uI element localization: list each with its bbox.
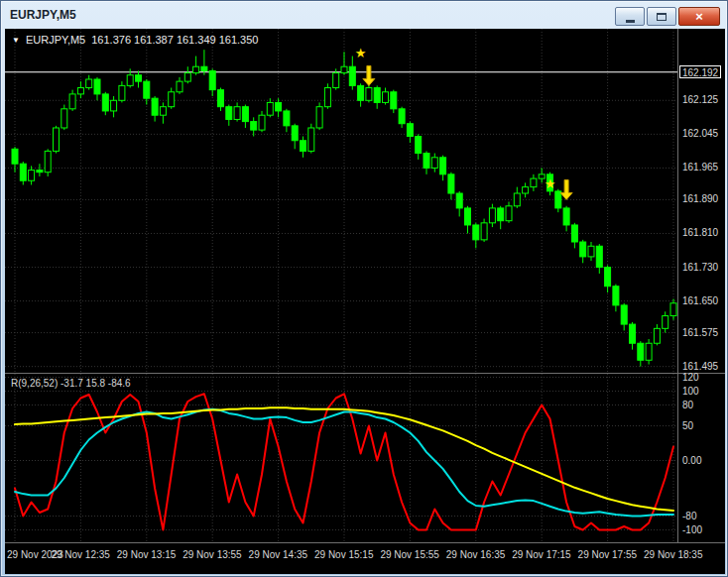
candle <box>407 124 413 137</box>
candle <box>596 246 602 267</box>
price-label: 161.890 <box>682 192 718 205</box>
price-label: 161.650 <box>682 294 718 307</box>
candle <box>580 242 586 257</box>
main-chart-canvas[interactable]: ★★ <box>5 29 677 374</box>
symbol-label: EURJPY,M5 <box>26 34 85 46</box>
candle <box>646 343 652 360</box>
candle <box>29 171 35 181</box>
candle <box>102 94 108 111</box>
candle <box>555 191 561 208</box>
indicator-scale-label: -100 <box>682 523 702 536</box>
maximize-icon <box>657 13 667 21</box>
candle <box>86 79 92 88</box>
candle <box>61 109 67 128</box>
candle <box>424 154 429 169</box>
price-label: 162.045 <box>682 127 718 140</box>
candle <box>160 107 166 116</box>
price-label: 162.125 <box>682 93 718 106</box>
candle <box>440 158 446 174</box>
time-label: 29 Nov 15:55 <box>380 549 439 560</box>
candle <box>177 81 182 92</box>
candle <box>638 343 644 360</box>
candle <box>308 128 314 151</box>
candle <box>218 90 224 107</box>
candle <box>184 73 190 82</box>
ohlc-values: 161.376 161.387 161.349 161.350 <box>91 34 258 46</box>
candle <box>201 66 207 70</box>
candle <box>630 324 636 343</box>
close-icon: × <box>695 8 703 25</box>
candle <box>473 225 479 240</box>
maximize-button[interactable] <box>647 7 676 26</box>
candle <box>226 107 232 120</box>
candle <box>391 92 397 109</box>
indicator-canvas[interactable] <box>5 374 677 542</box>
candle <box>621 305 627 324</box>
main-grid <box>5 29 677 374</box>
candle <box>358 85 364 100</box>
candle <box>259 115 265 130</box>
indicator-scale-label: 100 <box>682 385 699 398</box>
candle <box>111 100 117 111</box>
candle <box>136 75 142 81</box>
indicator-scale-label: 0.00 <box>682 454 701 467</box>
indicator-scale-label: 120 <box>682 371 699 384</box>
candle <box>670 303 676 316</box>
candle <box>234 107 240 120</box>
price-label: 161.730 <box>682 261 718 274</box>
candle <box>45 151 51 172</box>
time-label: 29 Nov 13:15 <box>117 549 177 560</box>
price-axis[interactable]: 162.192162.125162.045161.965161.890161.8… <box>678 29 725 373</box>
candle <box>514 193 520 206</box>
window-title: EURJPY,M5 <box>10 8 76 22</box>
chevron-down-icon[interactable]: ▼ <box>12 36 20 45</box>
time-label: 29 Nov 16:35 <box>446 549 506 560</box>
indicator-scale-label: -80 <box>682 510 696 522</box>
indicator-series <box>15 394 673 529</box>
candle <box>399 109 405 124</box>
candle <box>563 208 569 225</box>
candle <box>531 178 537 187</box>
candle <box>506 206 512 221</box>
candle <box>481 223 487 240</box>
close-button[interactable]: × <box>678 7 720 26</box>
indicator-line-fast <box>15 394 673 529</box>
candle <box>301 141 306 152</box>
candle <box>276 102 282 111</box>
candle <box>489 208 495 223</box>
candle <box>333 73 339 88</box>
indicator-axis[interactable]: 12010080500.00-80-100 <box>678 374 725 542</box>
price-label: 161.575 <box>682 326 718 339</box>
candle <box>465 208 471 225</box>
candle <box>152 98 158 115</box>
title-bar[interactable]: EURJPY,M5 × <box>1 1 727 28</box>
candle <box>54 128 60 151</box>
candle <box>663 316 668 329</box>
signal-star-icon: ★ <box>355 46 367 60</box>
candle <box>292 126 298 141</box>
candle <box>431 158 437 169</box>
candle <box>251 122 257 131</box>
minimize-button[interactable] <box>615 7 645 26</box>
signal-arrow-down-icon <box>560 179 572 199</box>
chart-client-area: ★★ 162.192162.125162.045161.965161.89016… <box>5 29 725 574</box>
candle <box>193 66 199 72</box>
candle <box>383 92 389 103</box>
candle <box>498 208 504 221</box>
candle <box>20 164 26 180</box>
candle <box>12 149 18 164</box>
candle <box>144 81 150 98</box>
candle <box>588 246 594 257</box>
signal-star-icon: ★ <box>545 176 556 191</box>
candle <box>284 111 290 126</box>
indicator-scale-label: 50 <box>682 419 693 432</box>
time-axis[interactable]: 29 Nov 202329 Nov 12:3529 Nov 13:1529 No… <box>5 543 725 574</box>
candle <box>209 70 215 89</box>
candle <box>77 88 83 94</box>
candle <box>324 88 330 107</box>
panel-separator[interactable] <box>5 373 725 374</box>
time-label: 29 Nov 13:55 <box>182 549 242 560</box>
candle <box>316 107 322 128</box>
time-label: 29 Nov 15:15 <box>314 549 374 560</box>
candle <box>654 328 660 343</box>
